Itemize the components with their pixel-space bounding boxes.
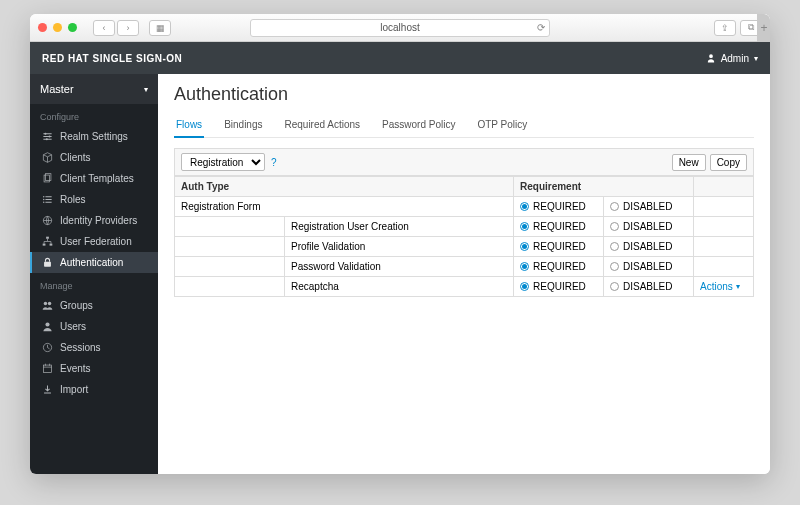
minimize-traffic-light[interactable] [53, 23, 62, 32]
copy-icon [42, 173, 53, 184]
user-menu[interactable]: Admin ▾ [706, 53, 758, 64]
copy-button[interactable]: Copy [710, 154, 747, 171]
sidebar-section-configure: Configure [30, 104, 158, 126]
radio-disabled[interactable] [610, 262, 619, 271]
new-tab-button[interactable]: + [757, 14, 770, 42]
chevron-down-icon: ▾ [736, 282, 740, 291]
url-text: localhost [380, 22, 419, 33]
requirement-disabled-cell[interactable]: DISABLED [604, 237, 694, 257]
requirement-disabled-cell[interactable]: DISABLED [604, 217, 694, 237]
actions-cell [694, 257, 754, 277]
sidebar-item-label: Identity Providers [60, 215, 137, 226]
close-traffic-light[interactable] [38, 23, 47, 32]
help-icon[interactable]: ? [271, 157, 277, 168]
flow-toolbar: Registration ? New Copy [174, 148, 754, 176]
app-topbar: RED HAT SINGLE SIGN-ON Admin ▾ [30, 42, 770, 74]
sidebar-item-roles[interactable]: Roles [30, 189, 158, 210]
sidebar-item-identity-providers[interactable]: Identity Providers [30, 210, 158, 231]
sidebar-item-user-federation[interactable]: User Federation [30, 231, 158, 252]
sidebar-item-label: Realm Settings [60, 131, 128, 142]
requirement-required-cell[interactable]: REQUIRED [514, 217, 604, 237]
clock-icon [42, 342, 53, 353]
realm-name: Master [40, 83, 74, 95]
sidebar-toggle-button[interactable]: ▦ [149, 20, 171, 36]
requirement-disabled-cell[interactable]: DISABLED [604, 197, 694, 217]
tab-required-actions[interactable]: Required Actions [282, 113, 362, 138]
url-bar[interactable]: localhost ⟳ [250, 19, 550, 37]
auth-type-cell: Password Validation [285, 257, 514, 277]
indent-spacer [175, 237, 285, 257]
radio-required[interactable] [520, 242, 529, 251]
radio-disabled[interactable] [610, 242, 619, 251]
actions-cell[interactable]: Actions▾ [694, 277, 754, 297]
radio-required[interactable] [520, 202, 529, 211]
user-name: Admin [721, 53, 749, 64]
sidebar-item-label: Client Templates [60, 173, 134, 184]
required-label: REQUIRED [533, 261, 586, 272]
sidebar-item-label: User Federation [60, 236, 132, 247]
col-requirement: Requirement [514, 177, 694, 197]
chevron-down-icon: ▾ [754, 54, 758, 63]
svg-point-7 [43, 202, 44, 203]
col-actions [694, 177, 754, 197]
tab-otp-policy[interactable]: OTP Policy [475, 113, 529, 138]
sidebar-item-realm-settings[interactable]: Realm Settings [30, 126, 158, 147]
radio-required[interactable] [520, 222, 529, 231]
browser-window: ‹ › ▦ localhost ⟳ ⇪ ⧉ + RED HAT SINGLE S… [30, 14, 770, 474]
radio-disabled[interactable] [610, 222, 619, 231]
requirement-disabled-cell[interactable]: DISABLED [604, 277, 694, 297]
sidebar-item-events[interactable]: Events [30, 358, 158, 379]
sidebar-item-label: Authentication [60, 257, 123, 268]
sidebar-item-import[interactable]: Import [30, 379, 158, 400]
back-button[interactable]: ‹ [93, 20, 115, 36]
svg-point-15 [45, 322, 49, 326]
sidebar-item-authentication[interactable]: Authentication [30, 252, 158, 273]
new-button[interactable]: New [672, 154, 706, 171]
sidebar-item-sessions[interactable]: Sessions [30, 337, 158, 358]
svg-point-0 [44, 133, 46, 135]
auth-type-cell: Registration User Creation [285, 217, 514, 237]
svg-rect-9 [46, 237, 49, 239]
svg-rect-10 [43, 244, 46, 246]
svg-rect-11 [50, 244, 53, 246]
zoom-traffic-light[interactable] [68, 23, 77, 32]
share-button[interactable]: ⇪ [714, 20, 736, 36]
user-icon [42, 321, 53, 332]
download-icon [42, 384, 53, 395]
radio-disabled[interactable] [610, 202, 619, 211]
required-label: REQUIRED [533, 281, 586, 292]
radio-required[interactable] [520, 262, 529, 271]
disabled-label: DISABLED [623, 241, 672, 252]
svg-point-5 [43, 196, 44, 197]
radio-required[interactable] [520, 282, 529, 291]
sidebar-item-users[interactable]: Users [30, 316, 158, 337]
requirement-required-cell[interactable]: REQUIRED [514, 277, 604, 297]
tab-bindings[interactable]: Bindings [222, 113, 264, 138]
radio-disabled[interactable] [610, 282, 619, 291]
table-row: RecaptchaREQUIREDDISABLEDActions▾ [175, 277, 754, 297]
table-row: Profile ValidationREQUIREDDISABLED [175, 237, 754, 257]
actions-cell [694, 237, 754, 257]
requirement-required-cell[interactable]: REQUIRED [514, 237, 604, 257]
tab-flows[interactable]: Flows [174, 113, 204, 138]
tab-password-policy[interactable]: Password Policy [380, 113, 457, 138]
sidebar-item-groups[interactable]: Groups [30, 295, 158, 316]
actions-dropdown[interactable]: Actions▾ [700, 281, 747, 292]
required-label: REQUIRED [533, 221, 586, 232]
reload-icon[interactable]: ⟳ [537, 22, 545, 33]
requirement-required-cell[interactable]: REQUIRED [514, 257, 604, 277]
sidebar-item-label: Users [60, 321, 86, 332]
flow-select[interactable]: Registration [181, 153, 265, 171]
requirement-required-cell[interactable]: REQUIRED [514, 197, 604, 217]
svg-point-2 [46, 138, 48, 140]
auth-type-cell: Recaptcha [285, 277, 514, 297]
requirement-disabled-cell[interactable]: DISABLED [604, 257, 694, 277]
disabled-label: DISABLED [623, 221, 672, 232]
sitemap-icon [42, 236, 53, 247]
forward-button[interactable]: › [117, 20, 139, 36]
sidebar-item-clients[interactable]: Clients [30, 147, 158, 168]
sidebar-item-label: Roles [60, 194, 86, 205]
sidebar-item-client-templates[interactable]: Client Templates [30, 168, 158, 189]
user-icon [706, 53, 716, 63]
realm-selector[interactable]: Master ▾ [30, 74, 158, 104]
